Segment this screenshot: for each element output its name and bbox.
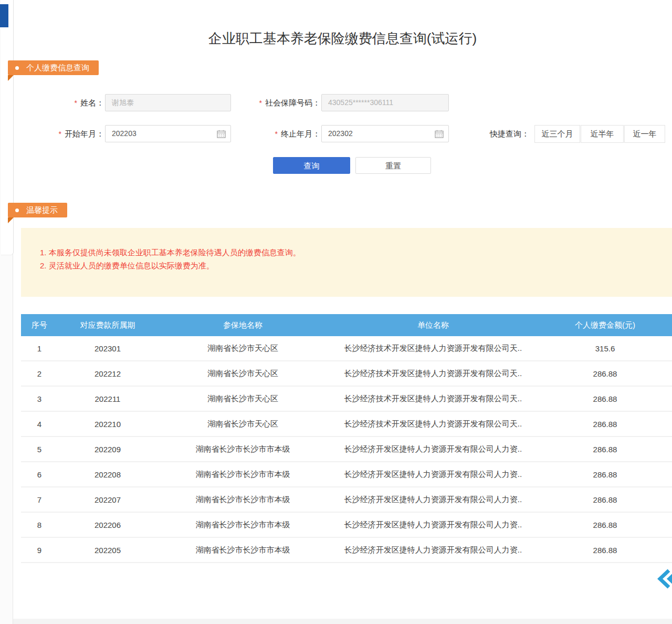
brand-blue-block bbox=[0, 4, 8, 27]
badge-fold-decoration bbox=[8, 217, 14, 223]
query-button[interactable]: 查询 bbox=[273, 157, 350, 174]
cell-no: 1 bbox=[21, 344, 58, 353]
end-month-label: *终止年月： bbox=[226, 125, 320, 142]
cell-area: 湖南省长沙市天心区 bbox=[158, 394, 328, 404]
table-row: 5 202209 湖南省长沙市长沙市市本级 长沙经济开发区捷特人力资源开发有限公… bbox=[21, 437, 672, 462]
end-month-field[interactable]: 202302 bbox=[321, 125, 449, 142]
start-month-value: 202203 bbox=[112, 129, 136, 138]
cell-amount: 315.6 bbox=[538, 344, 672, 353]
cell-area: 湖南省长沙市长沙市市本级 bbox=[158, 444, 328, 454]
required-asterisk: * bbox=[275, 130, 278, 138]
required-asterisk: * bbox=[75, 99, 77, 107]
start-month-field[interactable]: 202203 bbox=[105, 125, 231, 142]
cell-amount: 286.88 bbox=[538, 546, 672, 555]
table-row: 8 202206 湖南省长沙市长沙市市本级 长沙经济开发区捷特人力资源开发有限公… bbox=[21, 513, 672, 538]
header-area: 参保地名称 bbox=[158, 320, 328, 330]
name-label: *姓名： bbox=[32, 94, 104, 111]
tips-panel: 1. 本服务仅提供尚未领取企业职工基本养老保险待遇人员的缴费信息查询。 2. 灵… bbox=[21, 228, 672, 297]
cell-no: 5 bbox=[21, 445, 58, 454]
required-asterisk: * bbox=[59, 130, 61, 138]
name-value: 谢旭泰 bbox=[112, 98, 134, 107]
cell-area: 湖南省长沙市长沙市市本级 bbox=[158, 470, 328, 480]
cell-company: 长沙经济技术开发区捷特人力资源开发有限公司天.. bbox=[328, 369, 538, 379]
tip-line-2: 2. 灵活就业人员的缴费单位信息以实际缴费为准。 bbox=[40, 261, 214, 271]
start-month-label: *开始年月： bbox=[32, 125, 104, 142]
section-badge-personal-query: 个人缴费信息查询 bbox=[8, 60, 99, 75]
cell-company: 长沙经济技术开发区捷特人力资源开发有限公司天.. bbox=[328, 419, 538, 429]
cell-amount: 286.88 bbox=[538, 521, 672, 529]
cell-amount: 286.88 bbox=[538, 445, 672, 454]
cell-area: 湖南省长沙市长沙市市本级 bbox=[158, 520, 328, 530]
reset-button[interactable]: 重置 bbox=[355, 157, 431, 174]
cell-period: 202212 bbox=[58, 369, 158, 378]
cell-period: 202209 bbox=[58, 445, 158, 454]
cell-amount: 286.88 bbox=[538, 470, 672, 479]
quick-query-3-months[interactable]: 近三个月 bbox=[534, 125, 580, 143]
cell-area: 湖南省长沙市长沙市市本级 bbox=[158, 545, 328, 555]
cell-area: 湖南省长沙市天心区 bbox=[158, 369, 328, 379]
tip-line-1: 1. 本服务仅提供尚未领取企业职工基本养老保险待遇人员的缴费信息查询。 bbox=[40, 248, 301, 258]
cell-period: 202211 bbox=[58, 394, 158, 403]
cell-company: 长沙经济技术开发区捷特人力资源开发有限公司天.. bbox=[328, 344, 538, 353]
cell-area: 湖南省长沙市天心区 bbox=[158, 344, 328, 353]
cell-period: 202208 bbox=[58, 470, 158, 479]
table-row: 2 202212 湖南省长沙市天心区 长沙经济技术开发区捷特人力资源开发有限公司… bbox=[21, 361, 672, 387]
cell-company: 长沙经济开发区捷特人力资源开发有限公司人力资.. bbox=[328, 495, 538, 505]
quick-query-one-year[interactable]: 近一年 bbox=[624, 125, 665, 143]
cell-company: 长沙经济开发区捷特人力资源开发有限公司人力资.. bbox=[328, 520, 538, 530]
table-row: 7 202207 湖南省长沙市长沙市市本级 长沙经济开发区捷特人力资源开发有限公… bbox=[21, 487, 672, 513]
cell-no: 7 bbox=[21, 495, 58, 504]
ssn-field[interactable]: 430525******306111 bbox=[321, 94, 449, 111]
cell-area: 湖南省长沙市长沙市市本级 bbox=[158, 495, 328, 505]
table-row: 6 202208 湖南省长沙市长沙市市本级 长沙经济开发区捷特人力资源开发有限公… bbox=[21, 462, 672, 487]
header-no: 序号 bbox=[21, 320, 58, 330]
name-field[interactable]: 谢旭泰 bbox=[105, 94, 231, 111]
cell-no: 9 bbox=[21, 546, 58, 555]
tips-badge-label: 温馨提示 bbox=[26, 205, 58, 215]
section-badge-tips: 温馨提示 bbox=[8, 203, 67, 217]
bullet-dot-icon bbox=[15, 209, 19, 212]
footer-strip bbox=[13, 619, 672, 624]
header-amount: 个人缴费金额(元) bbox=[538, 320, 672, 330]
results-table: 序号 对应费款所属期 参保地名称 单位名称 个人缴费金额(元) 1 202301… bbox=[21, 314, 672, 563]
cell-amount: 286.88 bbox=[538, 369, 672, 378]
end-month-value: 202302 bbox=[328, 129, 353, 138]
table-row: 9 202205 湖南省长沙市长沙市市本级 长沙经济开发区捷特人力资源开发有限公… bbox=[21, 538, 672, 563]
table-row: 3 202211 湖南省长沙市天心区 长沙经济技术开发区捷特人力资源开发有限公司… bbox=[21, 387, 672, 412]
header-period: 对应费款所属期 bbox=[58, 320, 158, 330]
required-asterisk: * bbox=[259, 99, 262, 107]
section-badge-label: 个人缴费信息查询 bbox=[26, 63, 89, 73]
ssn-value: 430525******306111 bbox=[328, 98, 393, 107]
page: 企业职工基本养老保险缴费信息查询(试运行) 个人缴费信息查询 *姓名： 谢旭泰 … bbox=[0, 0, 672, 624]
cell-company: 长沙经济开发区捷特人力资源开发有限公司人力资.. bbox=[328, 470, 538, 480]
cell-period: 202205 bbox=[58, 546, 158, 555]
cell-company: 长沙经济开发区捷特人力资源开发有限公司人力资.. bbox=[328, 444, 538, 454]
calendar-icon[interactable] bbox=[435, 130, 444, 138]
cell-area: 湖南省长沙市天心区 bbox=[158, 419, 328, 429]
cell-no: 8 bbox=[21, 521, 58, 529]
cell-company: 长沙经济技术开发区捷特人力资源开发有限公司天.. bbox=[328, 394, 538, 404]
cell-amount: 286.88 bbox=[538, 420, 672, 429]
page-title: 企业职工基本养老保险缴费信息查询(试运行) bbox=[13, 29, 672, 48]
ssn-label: *社会保障号码： bbox=[226, 94, 320, 111]
collapse-double-chevron-icon[interactable] bbox=[657, 568, 672, 589]
header-company: 单位名称 bbox=[328, 320, 538, 330]
calendar-icon[interactable] bbox=[217, 130, 226, 138]
table-row: 4 202210 湖南省长沙市天心区 长沙经济技术开发区捷特人力资源开发有限公司… bbox=[21, 412, 672, 437]
table-row: 1 202301 湖南省长沙市天心区 长沙经济技术开发区捷特人力资源开发有限公司… bbox=[21, 336, 672, 361]
table-header-row: 序号 对应费款所属期 参保地名称 单位名称 个人缴费金额(元) bbox=[21, 314, 672, 336]
cell-period: 202207 bbox=[58, 495, 158, 504]
cell-amount: 286.88 bbox=[538, 495, 672, 504]
cell-company: 长沙经济开发区捷特人力资源开发有限公司人力资.. bbox=[328, 545, 538, 555]
cell-period: 202210 bbox=[58, 420, 158, 429]
cell-no: 6 bbox=[21, 470, 58, 479]
bullet-dot-icon bbox=[15, 66, 19, 70]
cell-amount: 286.88 bbox=[538, 394, 672, 403]
cell-no: 4 bbox=[21, 420, 58, 429]
cell-period: 202206 bbox=[58, 521, 158, 529]
badge-fold-decoration bbox=[8, 75, 14, 81]
quick-query-half-year[interactable]: 近半年 bbox=[581, 125, 624, 143]
cell-period: 202301 bbox=[58, 344, 158, 353]
cell-no: 3 bbox=[21, 394, 58, 403]
cell-no: 2 bbox=[21, 369, 58, 378]
